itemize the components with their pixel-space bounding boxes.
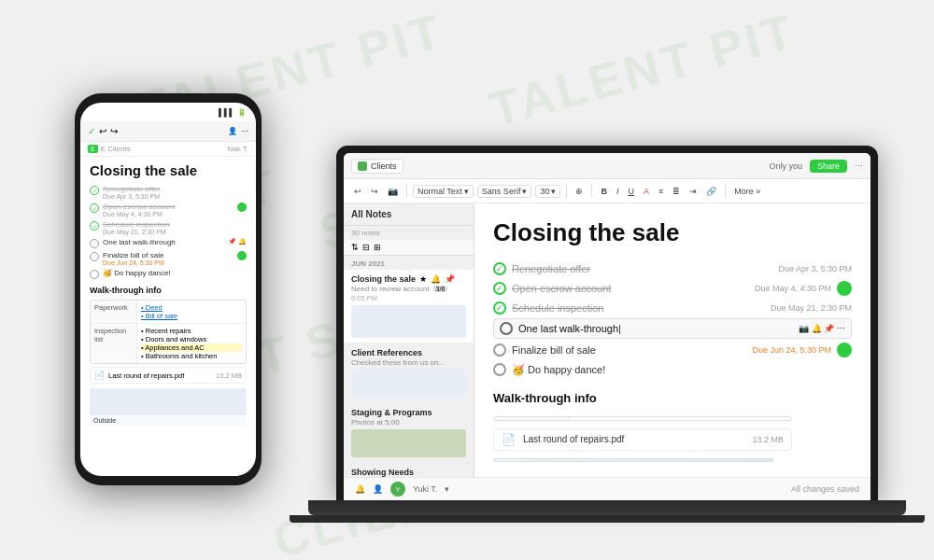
phone-task-2[interactable]: Open escrow account Due May 4, 4:30 PM <box>90 203 247 217</box>
task-checkbox-4[interactable] <box>500 322 513 335</box>
task-item-4[interactable]: One last walk-through 📷 🔔 📌 ⋯ <box>493 318 852 339</box>
notes-panel-toolbar: ⇅ ⊟ ⊞ <box>344 240 474 256</box>
phone-task-6[interactable]: 🥳 Do happy dance! <box>90 269 247 279</box>
laptop-note-content: Closing the sale Renegotiate offer Due A… <box>474 203 870 477</box>
phone-sync-time: Nak T. <box>227 145 248 153</box>
phone-wt-bill[interactable]: • Bill of sale <box>141 312 177 320</box>
phone-task-due-1: Due Apr 3, 5:30 PM <box>103 193 160 200</box>
phone-file-attachment[interactable]: 📄 Last round of repairs.pdf 13.2 MB <box>90 367 247 384</box>
task-checkbox-1[interactable] <box>493 262 506 275</box>
task-item-2[interactable]: Open escrow account Due May 4, 4:30 PM <box>493 279 852 298</box>
size-dropdown[interactable]: 30 ▾ <box>535 185 560 198</box>
toolbar-color[interactable]: A <box>641 186 652 197</box>
laptop: Clients Only you Share ⋯ ↩ ↪ 📷 Normal <box>336 146 878 523</box>
user-icon-bottom[interactable]: 👤 <box>373 484 383 494</box>
note-thumbnail-2 <box>351 370 466 398</box>
task-text-3: Schedule inspection <box>512 302 765 314</box>
phone-checkbox-1[interactable] <box>90 186 99 195</box>
laptop-foot <box>290 515 925 523</box>
toolbar-bullet-list[interactable]: ≡ <box>656 186 666 197</box>
phone-task-text-5: Finalize bill of sale <box>103 251 164 259</box>
note-time-closing: 6:05 PM <box>351 294 377 302</box>
view-icon[interactable]: ⊞ <box>374 243 381 252</box>
phone-task-due-5: Due Jun 24, 5:30 PM <box>103 259 164 266</box>
phone-checkbox-5[interactable] <box>90 252 99 261</box>
phone-redo-icon[interactable]: ↪ <box>110 126 118 136</box>
note-list-item-closing[interactable]: Closing the sale ★ 🔔 📌 Need to review ac… <box>344 270 474 343</box>
bell-icon-bottom[interactable]: 🔔 <box>355 484 365 494</box>
note-thumbnail-3 <box>351 429 466 457</box>
phone-walkthrough-table: Paperwork • Deed • Bill of sale Inspecti… <box>90 300 247 364</box>
toolbar-more[interactable]: More » <box>731 186 763 197</box>
phone-task-1[interactable]: Renegotiate offer Due Apr 3, 5:30 PM <box>90 185 247 200</box>
star-icon: ★ <box>419 274 427 284</box>
phone-wt-content-inspection: • Recent repairs • Doors and windows • A… <box>137 324 246 363</box>
phone-task-4[interactable]: One last walk-through 📌 🔔 <box>90 238 247 248</box>
laptop-top-bar: Clients Only you Share ⋯ <box>344 153 870 179</box>
file-attachment[interactable]: 📄 Last round of repairs.pdf 13.2 MB <box>493 428 792 451</box>
share-button[interactable]: Share <box>810 160 847 173</box>
phone-checkbox-2[interactable] <box>90 203 99 213</box>
toolbar-underline[interactable]: U <box>625 186 637 197</box>
task-item-5[interactable]: Finalize bill of sale Due Jun 24, 5:30 P… <box>493 341 852 359</box>
toolbar-redo[interactable]: ↪ <box>368 186 381 197</box>
file-name: Last round of repairs.pdf <box>523 434 744 444</box>
toolbar-number-list[interactable]: ≣ <box>670 186 683 197</box>
phone-person-icon[interactable]: 👤 <box>228 127 237 135</box>
phone: ▌▌▌ 🔋 ✓ ↩ ↪ 👤 ⋯ E E Clients Nak T. <box>75 93 262 485</box>
task-badge-5 <box>837 343 852 357</box>
toolbar-link[interactable]: 🔗 <box>703 186 719 197</box>
phone-undo-icon[interactable]: ↩ <box>99 126 106 136</box>
note-thumbnail-1 <box>351 305 466 338</box>
note-list-item-references[interactable]: Client References Checked these from us … <box>344 343 474 403</box>
phone-task-text-2: Open escrow account <box>103 203 175 211</box>
task-checkbox-2[interactable] <box>493 282 506 295</box>
note-list-item-showing[interactable]: Showing Needs Going to 17 Princeton Ln..… <box>344 463 474 477</box>
tab-label: Clients <box>371 161 397 171</box>
text-style-dropdown[interactable]: Normal Text ▾ <box>413 185 474 198</box>
saved-text: All changes saved <box>791 484 859 494</box>
note-meta-closing: 6:05 PM <box>351 294 466 302</box>
phone-signal-icon: ▌▌▌ <box>219 108 234 117</box>
chevron-down-user[interactable]: ▾ <box>445 484 449 494</box>
note-list-item-staging[interactable]: Staging & Programs Photos at 5:00 <box>344 403 474 463</box>
phone-task-3[interactable]: Schedule inspection Due May 21, 2:30 PM <box>90 220 247 235</box>
toolbar-bold[interactable]: B <box>598 186 610 197</box>
filter-icon[interactable]: ⊟ <box>362 243 370 252</box>
phone-checkbox-6[interactable] <box>90 270 99 279</box>
phone-task-5[interactable]: Finalize bill of sale Due Jun 24, 5:30 P… <box>90 251 247 266</box>
task-checkbox-6[interactable] <box>493 363 506 376</box>
toolbar-add[interactable]: ⊕ <box>573 186 586 197</box>
sort-icon[interactable]: ⇅ <box>351 243 359 252</box>
toolbar-undo[interactable]: ↩ <box>351 186 364 197</box>
scene: Clients Only you Share ⋯ ↩ ↪ 📷 Normal <box>19 19 915 541</box>
phone-file-size: 13.2 MB <box>216 371 242 380</box>
walkthrough-table: Paperwork • Deed • Bill of sale Inspecti… <box>493 416 792 421</box>
file-pdf-icon: 📄 <box>502 433 516 446</box>
notes-panel-header: All Notes <box>344 203 474 226</box>
toolbar-separator-1 <box>406 185 407 198</box>
phone-task-text-6: 🥳 Do happy dance! <box>103 269 171 277</box>
toolbar-indent[interactable]: ⇥ <box>686 186 700 197</box>
phone-battery-icon: 🔋 <box>237 108 247 117</box>
toolbar-italic[interactable]: I <box>614 186 622 197</box>
task-item-3[interactable]: Schedule inspection Due May 21, 2:30 PM <box>493 300 852 316</box>
toolbar-separator-2 <box>566 185 567 198</box>
only-you-label: Only you <box>769 161 802 171</box>
phone-checkbox-4[interactable] <box>90 239 99 248</box>
task-item-6[interactable]: 🥳 Do happy dance! <box>493 361 852 378</box>
toolbar-camera[interactable]: 📷 <box>385 186 401 197</box>
phone-wt-row-inspection: Inspection list • Recent repairs • Doors… <box>91 324 246 363</box>
phone-wt-deed[interactable]: • Deed <box>141 303 163 312</box>
task-item-1[interactable]: Renegotiate offer Due Apr 3, 5:30 PM <box>493 260 852 277</box>
phone-more-icon[interactable]: ⋯ <box>241 127 248 135</box>
chevron-down-icon-3: ▾ <box>551 187 556 196</box>
task-checkbox-5[interactable] <box>493 343 506 357</box>
task-checkbox-3[interactable] <box>493 301 506 315</box>
laptop-tab-clients[interactable]: Clients <box>351 159 403 174</box>
phone-checkbox-3[interactable] <box>90 221 99 231</box>
more-options-icon[interactable]: ⋯ <box>855 161 863 171</box>
phone-task-due-3: Due May 21, 2:30 PM <box>103 229 170 235</box>
collab-user: Yuki T. <box>413 484 437 494</box>
font-dropdown[interactable]: Sans Serif ▾ <box>477 185 532 198</box>
